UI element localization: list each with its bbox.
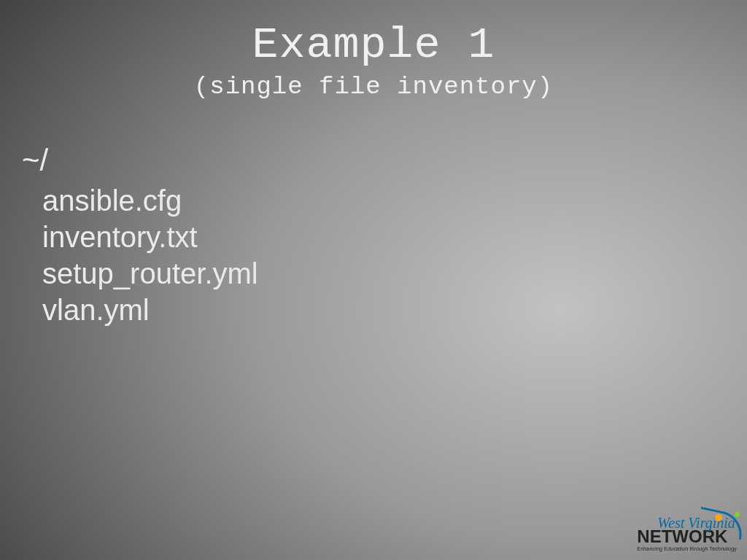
- slide-body: ~/ ansible.cfg inventory.txt setup_route…: [22, 142, 258, 329]
- slide-subtitle: (single file inventory): [0, 73, 747, 101]
- root-path: ~/: [22, 142, 258, 179]
- file-item: inventory.txt: [42, 219, 258, 254]
- logo-line1-text: West Virginia: [657, 515, 735, 531]
- file-item: setup_router.yml: [42, 256, 258, 291]
- logo-line1: West Virginia: [657, 516, 737, 530]
- slide: Example 1 (single file inventory) ~/ ans…: [0, 0, 747, 560]
- file-item: vlan.yml: [42, 292, 258, 327]
- wvnet-logo: West Virginia NETWORK Enhancing Educatio…: [637, 516, 737, 551]
- slide-title: Example 1: [0, 0, 747, 70]
- dot-icon: [715, 514, 722, 521]
- dot-icon: [735, 512, 740, 517]
- file-list: ansible.cfg inventory.txt setup_router.y…: [42, 183, 258, 327]
- logo-line3: Enhancing Education through Technology: [637, 546, 737, 551]
- file-item: ansible.cfg: [42, 183, 258, 218]
